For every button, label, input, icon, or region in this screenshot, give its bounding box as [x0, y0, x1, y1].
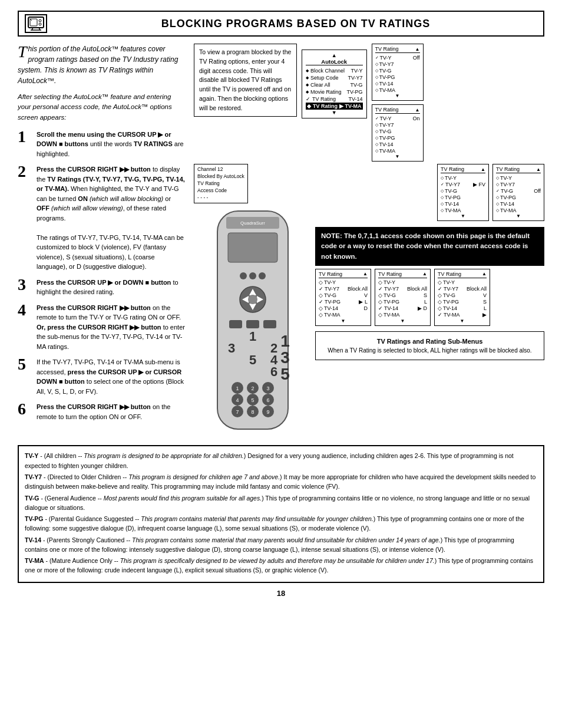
diamond-icon: ◆	[306, 83, 309, 87]
svg-text:3: 3	[266, 386, 269, 391]
menu-item-block-channel: ◆ Block Channel TV-Y	[306, 67, 363, 74]
right-column: To view a program blocked by the TV Rati…	[194, 44, 544, 438]
first-letter: T	[18, 44, 27, 60]
r4-tvy: ◇ TV-Y	[496, 174, 541, 181]
r1-tv14: ◇ TV-14	[375, 80, 420, 87]
svg-rect-23	[263, 320, 276, 328]
channel-line3: TV Rating	[197, 180, 244, 187]
r3-tvy7: ✓ TV-Y7 ▶ FV	[441, 181, 485, 187]
step-4: 4 Press the CURSOR RIGHT ▶▶ button on th…	[18, 303, 186, 352]
step-2: 2 Press the CURSOR RIGHT ▶▶ button to di…	[18, 164, 186, 272]
left-column: This portion of the AutoLock™ features c…	[18, 44, 186, 438]
rating-desc-box: TV Ratings and Rating Sub-Menus When a T…	[315, 331, 544, 361]
svg-point-20	[248, 295, 257, 304]
diamond-icon: ◆	[306, 75, 309, 80]
header-icon	[25, 14, 47, 33]
rating-menu-1: TV Rating ▲ ✓ TV-Y Off ◇ TV-Y7 ◇ TV-G ◇ …	[372, 44, 424, 101]
r3-tvpg: ◇ TV-PG	[441, 194, 485, 200]
svg-point-5	[39, 19, 41, 22]
step-3-content: Press the CURSOR UP ▶ or DOWN ■ button t…	[37, 278, 186, 297]
rating-desc-text: When a TV Rating is selected to block, A…	[322, 346, 538, 355]
step-1-number: 1	[18, 129, 32, 145]
step-5: 5 If the TV-Y7, TV-PG, TV-14 or TV-MA su…	[18, 357, 186, 396]
remote-control: QuadraSurr	[194, 208, 312, 438]
r3-tvma: ◇ TV-MA	[441, 207, 485, 213]
svg-text:1: 1	[280, 332, 290, 350]
r3-tvy: ◇ TV-Y	[441, 174, 485, 181]
step-1-highlight: TV RATINGS	[134, 140, 173, 147]
definitions-section: TV-Y - (All children -- This program is …	[18, 445, 544, 582]
def-tvma: TV-MA - (Mature Audience Only -- This pr…	[25, 556, 537, 575]
check-icon: ✓	[306, 96, 310, 102]
r1-tvy7: ◇ TV-Y7	[375, 61, 420, 67]
content-wrap: This portion of the AutoLock™ features c…	[18, 44, 544, 438]
intro-paragraph2: After selecting the AutoLock™ feature an…	[18, 92, 186, 123]
r4-tvma: ◇ TV-MA	[496, 207, 541, 213]
def-tvg: TV-G - (General Audience -- Most parents…	[25, 493, 537, 513]
diamond-icon: ◆	[306, 90, 309, 94]
page-title: Blocking Programs Based on TV Ratings	[54, 18, 537, 30]
bottom-menu-2: TV Rating ▲ ◇ TV-Y ✓ TV-Y7 Block All ◇ T…	[375, 269, 431, 326]
menu-item-tv-rating-2: ◆ TV Rating ▶ TV-MA	[306, 103, 363, 110]
page: Blocking Programs Based on TV Ratings Th…	[0, 0, 562, 728]
svg-text:5: 5	[280, 365, 290, 383]
step-2-number: 2	[18, 163, 32, 180]
menu-down-arrow: ▼	[306, 110, 363, 116]
r4-tvpg: ◇ TV-PG	[496, 194, 541, 200]
svg-text:4: 4	[236, 397, 239, 403]
page-number: 18	[18, 589, 544, 598]
def-tvpg: TV-PG - (Parental Guidance Suggested -- …	[25, 514, 537, 533]
three-bottom-menus: TV Rating ▲ ◇ TV-Y ✓ TV-Y7 Block All ◇ T…	[315, 269, 544, 326]
r3-tv14: ◇ TV-14	[441, 200, 485, 207]
bottom-menu-1: TV Rating ▲ ◇ TV-Y ✓ TV-Y7 Block All ◇ T…	[315, 269, 371, 326]
svg-point-14	[259, 272, 266, 279]
svg-text:5: 5	[251, 397, 254, 403]
r2-tvy: ✓ TV-Y On	[375, 115, 420, 121]
menu-item-tv-rating-1: ✓ TV Rating TV-14	[306, 95, 363, 103]
rating-menu-2: TV Rating ▲ ✓ TV-Y On ◇ TV-Y7 ◇ TV-G ◇ T…	[372, 104, 424, 162]
rating-menu-3: TV Rating ▲ ◇ TV-Y ✓ TV-Y7 ▶ FV ◇ TV-G ◇…	[437, 164, 489, 221]
r1-tvma: ◇ TV-MA	[375, 87, 420, 93]
autolock-menu: ▲ AutoLock ◆ Block Channel TV-Y ◆ Setup …	[302, 50, 367, 118]
rating-menu-4: TV Rating ▲ ◇ TV-Y ◇ TV-Y7 ✓ TV-G Off ◇ …	[492, 164, 544, 221]
step-5-content: If the TV-Y7, TV-PG, TV-14 or TV-MA sub-…	[37, 357, 186, 396]
autolock-menu-title: AutoLock	[306, 58, 363, 65]
svg-text:6: 6	[266, 397, 269, 403]
steps-list: 1 Scroll the menu using the CURSOR UP ▶ …	[18, 130, 186, 422]
svg-text:3: 3	[280, 348, 290, 367]
svg-point-13	[240, 272, 247, 279]
step-6-content: Press the CURSOR RIGHT ▶▶ button on the …	[37, 402, 186, 421]
def-tvy7: TV-Y7 - (Directed to Older Children -- T…	[25, 472, 537, 492]
svg-point-12	[249, 272, 256, 279]
step-5-number: 5	[18, 356, 32, 373]
svg-text:QuadraSurr: QuadraSurr	[240, 220, 265, 226]
rating-desc-title: TV Ratings and Rating Sub-Menus	[322, 337, 538, 347]
step-4-number: 4	[18, 302, 32, 318]
channel-box: Channel 12 Blocked By AutoLock TV Rating…	[194, 164, 248, 203]
svg-text:6: 6	[270, 364, 277, 379]
r2-tvg: ◇ TV-G	[375, 128, 420, 134]
def-tvy: TV-Y - (All children -- This program is …	[25, 451, 537, 470]
r4-tv14: ◇ TV-14	[496, 200, 541, 207]
r3-tvg: ◇ TV-G	[441, 187, 485, 194]
menu-item-setup-code: ◆ Setup Code TV-Y7	[306, 74, 363, 81]
svg-rect-21	[229, 320, 242, 328]
description-box: To view a program blocked by the TV Rati…	[194, 44, 297, 117]
svg-text:1: 1	[236, 386, 239, 391]
step-1-content: Scroll the menu using the CURSOR UP ▶ or…	[37, 130, 186, 159]
svg-text:8: 8	[251, 409, 254, 415]
step-6-number: 6	[18, 401, 32, 417]
r4-tvg: ✓ TV-G Off	[496, 187, 541, 194]
page-header: Blocking Programs Based on TV Ratings	[18, 11, 544, 37]
note-banner: NOTE: The 0,7,1,1 access code shown on t…	[315, 227, 544, 266]
r1-tvy: ✓ TV-Y Off	[375, 54, 420, 61]
bottom-menu-3: TV Rating ▲ ◇ TV-Y ✓ TV-Y7 Block All ◇ T…	[434, 269, 490, 326]
r1-tvpg: ◇ TV-PG	[375, 74, 420, 80]
diagram-top: To view a program blocked by the TV Rati…	[194, 44, 544, 162]
intro-paragraph1: This portion of the AutoLock™ features c…	[18, 44, 186, 86]
r2-tv14: ◇ TV-14	[375, 141, 420, 147]
svg-rect-11	[228, 233, 277, 262]
menu-item-movie-rating: ◆ Movie Rating TV-PG	[306, 88, 363, 95]
step-1: 1 Scroll the menu using the CURSOR UP ▶ …	[18, 130, 186, 159]
svg-text:9: 9	[266, 409, 269, 415]
